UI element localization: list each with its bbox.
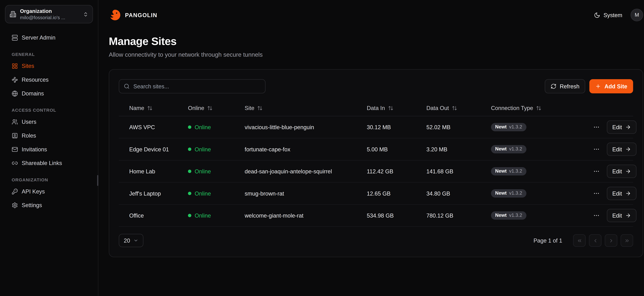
previous-page-button[interactable] [589, 234, 601, 247]
sidebar-item-label: API Keys [22, 188, 45, 195]
column-header-online[interactable]: Online [178, 105, 234, 111]
sites-table: Name Online Site Data In [119, 100, 633, 227]
sidebar-item-label: Roles [22, 132, 36, 139]
arrow-right-icon [625, 168, 631, 174]
users-icon [12, 119, 18, 125]
sidebar-item-shareable-links[interactable]: Shareable Links [0, 156, 98, 170]
sidebar-item-roles[interactable]: Roles [0, 129, 98, 142]
sidebar-item-label: Resources [22, 77, 48, 83]
column-header-name[interactable]: Name [119, 105, 178, 111]
sidebar-item-invitations[interactable]: Invitations [0, 142, 98, 156]
edit-label: Edit [612, 146, 622, 152]
sidebar-item-server-admin[interactable]: Server Admin [0, 31, 98, 44]
connection-client: Newt [495, 191, 506, 196]
sort-icon [207, 106, 212, 111]
column-header-data-in[interactable]: Data In [356, 105, 416, 111]
page-title: Manage Sites [109, 35, 643, 48]
connection-type-cell: Newt v1.3.2 [480, 211, 582, 220]
edit-button[interactable]: Edit [607, 209, 637, 222]
building-icon [10, 11, 16, 18]
link-icon [12, 160, 18, 166]
edit-label: Edit [612, 124, 622, 130]
main-area: PANGOLIN System M Manage Sites Allow con… [98, 0, 644, 296]
site-name-cell: Home Lab [119, 168, 178, 174]
data-in-cell: 112.42 GB [356, 168, 416, 174]
chevron-right-icon [608, 238, 614, 243]
org-texts: Organization milo@fossorial.io's ... [20, 8, 79, 20]
row-actions-cell: Edit [582, 209, 640, 222]
theme-toggle-button[interactable]: System [594, 12, 622, 18]
row-menu-button[interactable] [592, 189, 600, 198]
sidebar-section-organization: ORGANIZATION [12, 177, 93, 182]
org-switcher[interactable]: Organization milo@fossorial.io's ... [5, 5, 93, 23]
data-out-cell: 780.12 GB [416, 212, 481, 219]
sidebar-item-settings[interactable]: Settings [0, 198, 98, 212]
data-in-cell: 30.12 MB [356, 124, 416, 130]
refresh-button[interactable]: Refresh [545, 79, 585, 94]
connection-type-cell: Newt v1.3.2 [480, 189, 582, 198]
row-menu-button[interactable] [592, 145, 600, 154]
data-out-cell: 52.02 MB [416, 124, 481, 130]
chevron-down-icon [134, 238, 138, 243]
plus-icon [595, 83, 601, 89]
sort-icon [257, 106, 262, 111]
edit-button[interactable]: Edit [607, 120, 637, 134]
pager: Page 1 of 1 [534, 234, 633, 247]
sidebar-item-label: Invitations [22, 146, 47, 153]
data-in-cell: 12.65 GB [356, 190, 416, 196]
avatar-initial: M [635, 12, 639, 18]
next-page-button[interactable] [605, 234, 617, 247]
row-menu-button[interactable] [592, 211, 600, 220]
online-dot [188, 148, 191, 151]
edit-button[interactable]: Edit [607, 164, 637, 178]
table-row: Jeff's Laptop Online smug-brown-rat 12.6… [119, 182, 633, 205]
online-dot [188, 126, 191, 129]
table-row: Edge Device 01 Online fortunate-cape-fox… [119, 138, 633, 160]
column-header-connection-type[interactable]: Connection Type [480, 105, 582, 111]
site-status-cell: Online [178, 168, 234, 174]
sort-icon [147, 106, 152, 111]
add-site-label: Add Site [604, 83, 627, 90]
sidebar-item-users[interactable]: Users [0, 115, 98, 129]
online-label: Online [194, 168, 211, 174]
search-box[interactable] [119, 79, 266, 94]
user-badge-icon [12, 132, 18, 139]
sidebar-scrollbar-thumb[interactable] [97, 175, 98, 186]
row-actions-cell: Edit [582, 142, 640, 156]
add-site-button[interactable]: Add Site [590, 79, 633, 94]
sidebar-section-general: GENERAL [12, 52, 93, 57]
first-page-button[interactable] [573, 234, 586, 247]
edit-button[interactable]: Edit [607, 187, 637, 200]
edit-label: Edit [612, 212, 622, 219]
sites-card: Refresh Add Site Name Online [109, 69, 643, 257]
mail-icon [12, 146, 18, 153]
site-tunnel-cell: vivacious-little-blue-penguin [234, 124, 356, 130]
org-value: milo@fossorial.io's ... [20, 15, 79, 20]
ellipsis-icon [593, 168, 600, 175]
ellipsis-icon [593, 146, 600, 153]
search-input[interactable] [134, 83, 260, 90]
app-window: Organization milo@fossorial.io's ... Ser… [0, 0, 644, 296]
page-head: Manage Sites Allow connectivity to your … [98, 30, 644, 58]
row-menu-button[interactable] [592, 167, 600, 176]
rows-per-page-select[interactable]: 20 [119, 234, 143, 247]
waypoints-icon [12, 77, 18, 83]
column-header-data-out[interactable]: Data Out [416, 105, 481, 111]
column-header-site[interactable]: Site [234, 105, 356, 111]
sidebar-item-resources[interactable]: Resources [0, 73, 98, 87]
sidebar-item-sites[interactable]: Sites [0, 59, 98, 73]
edit-button[interactable]: Edit [607, 142, 637, 156]
row-menu-button[interactable] [592, 123, 600, 132]
arrow-right-icon [625, 124, 631, 130]
site-name-cell: Edge Device 01 [119, 146, 178, 152]
table-header: Name Online Site Data In [119, 100, 633, 116]
data-out-cell: 3.20 MB [416, 146, 481, 152]
user-avatar[interactable]: M [630, 9, 643, 21]
sidebar-item-domains[interactable]: Domains [0, 87, 98, 100]
connection-version: v1.3.2 [509, 191, 522, 196]
last-page-button[interactable] [620, 234, 633, 247]
sidebar-item-label: Sites [22, 63, 34, 69]
online-dot [188, 192, 191, 195]
site-name-cell: AWS VPC [119, 124, 178, 130]
sidebar-item-api-keys[interactable]: API Keys [0, 185, 98, 198]
